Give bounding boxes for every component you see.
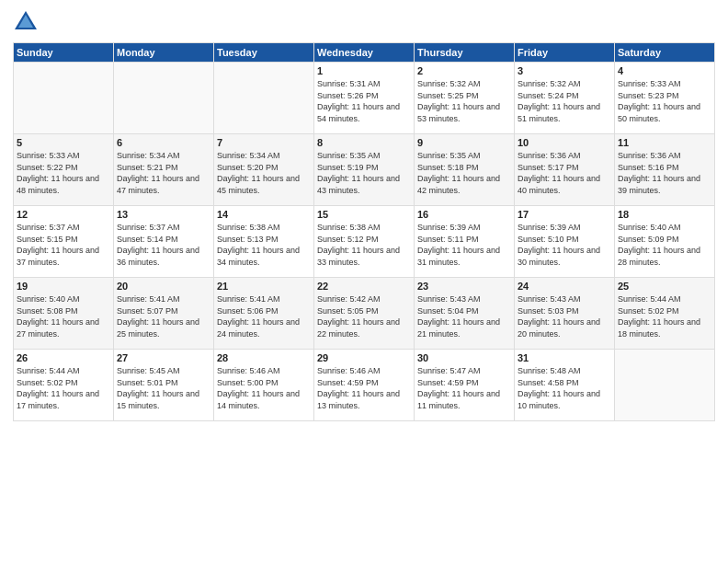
- calendar-cell: [14, 63, 114, 134]
- day-info: Sunrise: 5:36 AM Sunset: 5:16 PM Dayligh…: [618, 150, 711, 196]
- day-info: Sunrise: 5:39 AM Sunset: 5:10 PM Dayligh…: [518, 222, 611, 268]
- calendar-cell: 26Sunrise: 5:44 AM Sunset: 5:02 PM Dayli…: [14, 350, 114, 421]
- day-number: 15: [317, 209, 411, 220]
- day-info: Sunrise: 5:39 AM Sunset: 5:11 PM Dayligh…: [417, 222, 511, 268]
- day-info: Sunrise: 5:34 AM Sunset: 5:20 PM Dayligh…: [217, 150, 311, 196]
- calendar-cell: 27Sunrise: 5:45 AM Sunset: 5:01 PM Dayli…: [114, 350, 214, 421]
- day-number: 27: [117, 352, 210, 363]
- weekday-header: Friday: [515, 43, 615, 63]
- calendar-week-row: 19Sunrise: 5:40 AM Sunset: 5:08 PM Dayli…: [14, 278, 715, 350]
- day-info: Sunrise: 5:40 AM Sunset: 5:08 PM Dayligh…: [17, 293, 110, 339]
- calendar-cell: 16Sunrise: 5:39 AM Sunset: 5:11 PM Dayli…: [415, 206, 515, 278]
- day-info: Sunrise: 5:47 AM Sunset: 4:59 PM Dayligh…: [417, 365, 511, 411]
- day-info: Sunrise: 5:33 AM Sunset: 5:22 PM Dayligh…: [17, 150, 110, 196]
- day-info: Sunrise: 5:45 AM Sunset: 5:01 PM Dayligh…: [117, 365, 210, 411]
- page-header: [13, 9, 715, 35]
- day-number: 16: [417, 209, 511, 220]
- calendar-cell: 30Sunrise: 5:47 AM Sunset: 4:59 PM Dayli…: [415, 350, 515, 421]
- calendar-cell: 9Sunrise: 5:35 AM Sunset: 5:18 PM Daylig…: [415, 134, 515, 206]
- calendar-week-row: 26Sunrise: 5:44 AM Sunset: 5:02 PM Dayli…: [14, 350, 715, 421]
- day-number: 1: [317, 65, 411, 76]
- weekday-header: Wednesday: [314, 43, 415, 63]
- calendar-cell: [615, 350, 715, 421]
- day-info: Sunrise: 5:37 AM Sunset: 5:15 PM Dayligh…: [17, 222, 110, 268]
- day-number: 14: [217, 209, 311, 220]
- day-info: Sunrise: 5:37 AM Sunset: 5:14 PM Dayligh…: [117, 222, 210, 268]
- calendar-cell: 15Sunrise: 5:38 AM Sunset: 5:12 PM Dayli…: [314, 206, 415, 278]
- day-number: 20: [117, 281, 210, 292]
- weekday-header: Sunday: [14, 43, 114, 63]
- day-info: Sunrise: 5:38 AM Sunset: 5:12 PM Dayligh…: [317, 222, 411, 268]
- calendar-cell: 24Sunrise: 5:43 AM Sunset: 5:03 PM Dayli…: [515, 278, 615, 350]
- day-info: Sunrise: 5:48 AM Sunset: 4:58 PM Dayligh…: [518, 365, 611, 411]
- day-info: Sunrise: 5:32 AM Sunset: 5:24 PM Dayligh…: [518, 78, 611, 124]
- calendar-cell: 2Sunrise: 5:32 AM Sunset: 5:25 PM Daylig…: [415, 63, 515, 134]
- day-info: Sunrise: 5:31 AM Sunset: 5:26 PM Dayligh…: [317, 78, 411, 124]
- day-number: 13: [117, 209, 210, 220]
- day-info: Sunrise: 5:34 AM Sunset: 5:21 PM Dayligh…: [117, 150, 210, 196]
- day-number: 10: [518, 137, 611, 148]
- day-info: Sunrise: 5:38 AM Sunset: 5:13 PM Dayligh…: [217, 222, 311, 268]
- calendar-cell: 4Sunrise: 5:33 AM Sunset: 5:23 PM Daylig…: [615, 63, 715, 134]
- calendar-cell: 13Sunrise: 5:37 AM Sunset: 5:14 PM Dayli…: [114, 206, 214, 278]
- day-number: 6: [117, 137, 210, 148]
- calendar-cell: 17Sunrise: 5:39 AM Sunset: 5:10 PM Dayli…: [515, 206, 615, 278]
- calendar-table: SundayMondayTuesdayWednesdayThursdayFrid…: [13, 42, 715, 421]
- calendar-cell: 21Sunrise: 5:41 AM Sunset: 5:06 PM Dayli…: [214, 278, 314, 350]
- calendar-cell: 14Sunrise: 5:38 AM Sunset: 5:13 PM Dayli…: [214, 206, 314, 278]
- calendar-cell: 1Sunrise: 5:31 AM Sunset: 5:26 PM Daylig…: [314, 63, 415, 134]
- day-info: Sunrise: 5:43 AM Sunset: 5:03 PM Dayligh…: [518, 293, 611, 339]
- calendar-cell: 23Sunrise: 5:43 AM Sunset: 5:04 PM Dayli…: [415, 278, 515, 350]
- calendar-cell: 20Sunrise: 5:41 AM Sunset: 5:07 PM Dayli…: [114, 278, 214, 350]
- day-info: Sunrise: 5:42 AM Sunset: 5:05 PM Dayligh…: [317, 293, 411, 339]
- header-row: SundayMondayTuesdayWednesdayThursdayFrid…: [14, 43, 715, 63]
- day-number: 3: [518, 65, 611, 76]
- day-number: 4: [618, 65, 711, 76]
- calendar-cell: 8Sunrise: 5:35 AM Sunset: 5:19 PM Daylig…: [314, 134, 415, 206]
- calendar-cell: 22Sunrise: 5:42 AM Sunset: 5:05 PM Dayli…: [314, 278, 415, 350]
- day-info: Sunrise: 5:32 AM Sunset: 5:25 PM Dayligh…: [417, 78, 511, 124]
- calendar-cell: 10Sunrise: 5:36 AM Sunset: 5:17 PM Dayli…: [515, 134, 615, 206]
- day-number: 31: [518, 352, 611, 363]
- day-number: 28: [217, 352, 311, 363]
- day-info: Sunrise: 5:43 AM Sunset: 5:04 PM Dayligh…: [417, 293, 511, 339]
- day-number: 23: [417, 281, 511, 292]
- calendar-cell: 5Sunrise: 5:33 AM Sunset: 5:22 PM Daylig…: [14, 134, 114, 206]
- day-info: Sunrise: 5:36 AM Sunset: 5:17 PM Dayligh…: [518, 150, 611, 196]
- day-number: 29: [317, 352, 411, 363]
- weekday-header: Tuesday: [214, 43, 314, 63]
- day-number: 30: [417, 352, 511, 363]
- day-info: Sunrise: 5:40 AM Sunset: 5:09 PM Dayligh…: [618, 222, 711, 268]
- day-info: Sunrise: 5:41 AM Sunset: 5:06 PM Dayligh…: [217, 293, 311, 339]
- calendar-cell: 11Sunrise: 5:36 AM Sunset: 5:16 PM Dayli…: [615, 134, 715, 206]
- calendar-week-row: 1Sunrise: 5:31 AM Sunset: 5:26 PM Daylig…: [14, 63, 715, 134]
- day-number: 2: [417, 65, 511, 76]
- calendar-week-row: 12Sunrise: 5:37 AM Sunset: 5:15 PM Dayli…: [14, 206, 715, 278]
- day-number: 9: [417, 137, 511, 148]
- day-info: Sunrise: 5:46 AM Sunset: 4:59 PM Dayligh…: [317, 365, 411, 411]
- day-number: 25: [618, 281, 711, 292]
- day-number: 8: [317, 137, 411, 148]
- day-number: 7: [217, 137, 311, 148]
- day-number: 19: [17, 281, 110, 292]
- calendar-cell: [114, 63, 214, 134]
- calendar-cell: 7Sunrise: 5:34 AM Sunset: 5:20 PM Daylig…: [214, 134, 314, 206]
- day-info: Sunrise: 5:35 AM Sunset: 5:19 PM Dayligh…: [317, 150, 411, 196]
- calendar-cell: 12Sunrise: 5:37 AM Sunset: 5:15 PM Dayli…: [14, 206, 114, 278]
- day-info: Sunrise: 5:44 AM Sunset: 5:02 PM Dayligh…: [17, 365, 110, 411]
- day-number: 18: [618, 209, 711, 220]
- calendar-cell: 18Sunrise: 5:40 AM Sunset: 5:09 PM Dayli…: [615, 206, 715, 278]
- day-number: 17: [518, 209, 611, 220]
- logo: [13, 9, 42, 35]
- day-number: 12: [17, 209, 110, 220]
- calendar-cell: 19Sunrise: 5:40 AM Sunset: 5:08 PM Dayli…: [14, 278, 114, 350]
- calendar-cell: 28Sunrise: 5:46 AM Sunset: 5:00 PM Dayli…: [214, 350, 314, 421]
- day-info: Sunrise: 5:35 AM Sunset: 5:18 PM Dayligh…: [417, 150, 511, 196]
- day-info: Sunrise: 5:33 AM Sunset: 5:23 PM Dayligh…: [618, 78, 711, 124]
- weekday-header: Saturday: [615, 43, 715, 63]
- calendar-cell: 29Sunrise: 5:46 AM Sunset: 4:59 PM Dayli…: [314, 350, 415, 421]
- day-number: 5: [17, 137, 110, 148]
- weekday-header: Thursday: [415, 43, 515, 63]
- day-number: 26: [17, 352, 110, 363]
- calendar-cell: 31Sunrise: 5:48 AM Sunset: 4:58 PM Dayli…: [515, 350, 615, 421]
